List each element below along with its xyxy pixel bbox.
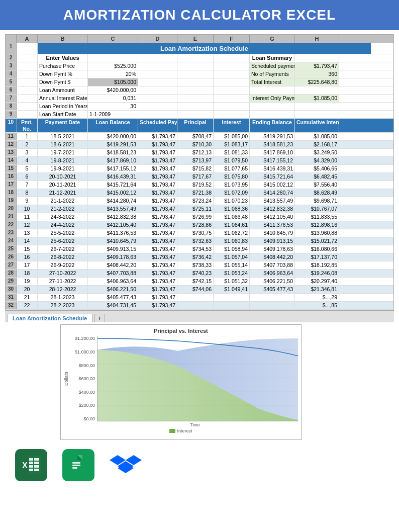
dropbox-icon[interactable]: [110, 449, 142, 481]
svg-rect-12: [34, 462, 39, 464]
tab-loan-amortization[interactable]: Loan Amortization Schedule: [7, 314, 92, 322]
data-rows: 11 1 18-5-2021 $420.000,00 $1.793,47 $70…: [6, 133, 393, 310]
col-header-d: D: [138, 35, 177, 43]
table-row: 23 13 25-5-2022 $411.376,53 $1.793,47 $7…: [6, 229, 393, 237]
svg-rect-10: [34, 458, 39, 461]
svg-rect-11: [29, 462, 33, 464]
table-row: 17 7 20-11-2021 $415.721,64 $1.793,47 $7…: [6, 181, 393, 189]
chart-container: Principal vs. Interest Dollars $1.200,00…: [60, 324, 302, 440]
chart-title: Principal vs. Interest: [64, 328, 298, 334]
row-10-table-header: 10 Pmt.No. Payment Date Loan Balance Sch…: [6, 119, 393, 133]
svg-rect-22: [72, 465, 80, 466]
y-axis-title: Dollars: [64, 336, 69, 421]
row-3: 3 Purchase Price $525.000 Scheduled paym…: [6, 62, 393, 70]
table-row: 20 10 21-2-2022 $413.557,49 $1.793,47 $7…: [6, 205, 393, 213]
svg-rect-21: [72, 462, 80, 464]
table-row: 24 14 25-6-2022 $410.645,79 $1.793,47 $7…: [6, 237, 393, 245]
table-row: 29 19 27-11-2022 $406.963,64 $1.793,47 $…: [6, 278, 393, 286]
row-9: 9 Loan Start Date 1-1-2009: [6, 111, 393, 119]
table-row: 16 6 20-10-2021 $416.439,31 $1.793,47 $7…: [6, 173, 393, 181]
row-2: 2 Enter Values Loan Summary: [6, 54, 393, 62]
chart-inner: [97, 336, 298, 421]
page-header: AMORTIZATION CALCULATOR EXCEL: [0, 0, 399, 30]
table-row: 15 5 19-9-2021 $417.155,12 $1.793,47 $71…: [6, 165, 393, 173]
col-header-e: E: [177, 35, 214, 43]
svg-rect-16: [34, 469, 39, 471]
table-row: 27 17 26-9-2022 $408.442,20 $1.793,47 $7…: [6, 261, 393, 270]
column-headers: A B C D E F G H: [6, 35, 393, 43]
chart-legend: Interest: [64, 428, 298, 433]
row-8: 8 Loan Period in Years 30: [6, 103, 393, 111]
table-row: 28 18 27-10-2022 $407.703,88 $1.793,47 $…: [6, 270, 393, 278]
table-row: 22 12 24-4-2022 $412.105,40 $1.793,47 $7…: [6, 221, 393, 229]
excel-icon[interactable]: X: [15, 449, 47, 481]
annual-interest-rate-label: Annual Interest Rate: [38, 95, 88, 102]
header-title: AMORTIZATION CALCULATOR EXCEL: [63, 7, 336, 23]
col-header-a: A: [17, 35, 38, 43]
row-1: 1 Loan Amortization Schedule: [6, 43, 393, 54]
col-header-b: B: [38, 35, 88, 43]
col-header-f: F: [214, 35, 250, 43]
table-row: 32 22 28-2-2023 $404.731,45 $1.793,47 $.…: [6, 302, 393, 310]
table-row: 21 11 24-3-2022 $412.832,38 $1.793,47 $7…: [6, 213, 393, 221]
table-row: 12 2 18-6-2021 $419.291,53 $1.793,47 $71…: [6, 141, 393, 149]
x-axis-title: Time: [92, 422, 298, 427]
table-row: 13 3 19-7-2021 $418.581,23 $1.793,47 $71…: [6, 149, 393, 157]
table-row: 30 20 28-12-2022 $406.221,50 $1.793,47 $…: [6, 286, 393, 294]
spreadsheet-container: A B C D E F G H 1 Loan Amortization Sche…: [5, 34, 394, 310]
add-tab-button[interactable]: +: [94, 314, 105, 322]
svg-rect-15: [29, 469, 33, 471]
spreadsheet-title: Loan Amortization Schedule: [38, 43, 371, 54]
row-7: 7 Annual Interest Rate 0,031 Interest On…: [6, 95, 393, 103]
enter-values-header: Enter Values: [38, 54, 88, 62]
svg-rect-9: [29, 458, 33, 461]
col-header-h: H: [295, 35, 339, 43]
sheets-icon[interactable]: [62, 449, 94, 481]
row-6: 6 Loan Ammount $420.000,00: [6, 86, 393, 95]
svg-rect-23: [72, 467, 77, 469]
scheduled-payment-header: Scheduled Payment: [138, 119, 177, 132]
table-row: 31 21 28-1-2023 $405.477,43 $1.793,47 $.…: [6, 294, 393, 302]
row-4: 4 Down Pymt % 20% No of Payments 360: [6, 70, 393, 78]
col-header-g: G: [250, 35, 295, 43]
table-row: 18 8 21-12-2021 $415.002,12 $1.793,47 $7…: [6, 189, 393, 197]
y-axis-labels: $1.200,00 $1.000,00 $800,00 $600,00 $400…: [70, 336, 95, 421]
table-row: 26 16 26-8-2022 $409.178,63 $1.793,47 $7…: [6, 253, 393, 261]
table-row: 19 9 21-1-2022 $414.280,74 $1.793,47 $72…: [6, 197, 393, 205]
table-row: 11 1 18-5-2021 $420.000,00 $1.793,47 $70…: [6, 133, 393, 141]
loan-summary-header: Loan Summary: [250, 54, 295, 62]
table-row: 14 4 19-8-2021 $417.869,10 $1.793,47 $71…: [6, 157, 393, 165]
tab-bar: Loan Amortization Schedule +: [5, 310, 394, 322]
table-row: 25 15 26-7-2022 $409.913,15 $1.793,47 $7…: [6, 245, 393, 253]
row-5: 5 Down Pymt $ $105.000 Total Interest $2…: [6, 78, 393, 86]
svg-rect-14: [34, 465, 39, 468]
svg-rect-13: [29, 465, 33, 468]
icons-bar: X: [0, 440, 399, 490]
col-header-c: C: [88, 35, 138, 43]
svg-text:X: X: [22, 461, 28, 470]
